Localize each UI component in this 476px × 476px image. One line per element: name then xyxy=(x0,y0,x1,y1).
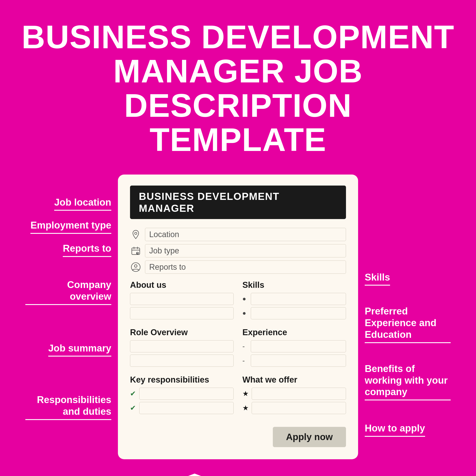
content-grid: About us Skills ● ● xyxy=(130,280,346,423)
left-divider-2 xyxy=(30,233,111,234)
page-title: BUSINESS DEVELOPMENT MANAGER JOB DESCRIP… xyxy=(18,20,458,157)
left-divider-4 xyxy=(25,304,111,305)
main-content: Job location Employment type Reports to … xyxy=(0,174,476,459)
job-type-row: Job type xyxy=(130,244,346,257)
offer-input-1[interactable] xyxy=(252,388,346,400)
right-label-skills: Skills xyxy=(365,272,390,295)
right-divider-2 xyxy=(365,342,451,343)
circle-bullet-icon-1: ● xyxy=(242,295,249,302)
skills-section: Skills ● ● xyxy=(242,280,346,322)
calendar-icon xyxy=(130,245,141,256)
right-label-benefits: Benefits of working with your company xyxy=(365,363,451,409)
left-divider-3 xyxy=(63,256,111,257)
location-input[interactable]: Location xyxy=(145,228,346,241)
left-label-job-location: Job location xyxy=(54,197,111,220)
reports-to-input[interactable]: Reports to xyxy=(145,260,346,274)
check-icon-2: ✔ xyxy=(130,404,137,412)
about-us-field-1[interactable] xyxy=(130,293,234,305)
experience-section: Experience - - xyxy=(242,328,346,369)
location-icon xyxy=(130,229,141,240)
responsibilities-field-2: ✔ xyxy=(130,402,234,414)
testgorilla-logo-icon xyxy=(185,473,204,476)
left-divider-1 xyxy=(54,210,111,211)
skills-field-2: ● xyxy=(242,307,346,319)
page-wrapper: BUSINESS DEVELOPMENT MANAGER JOB DESCRIP… xyxy=(0,0,476,476)
location-row: Location xyxy=(130,228,346,241)
experience-input-2[interactable] xyxy=(251,355,346,367)
left-divider-5 xyxy=(48,356,111,357)
role-overview-field-2[interactable] xyxy=(130,355,234,367)
dash-icon-2: - xyxy=(242,357,249,365)
card-header: BUSINESS DEVELOPMENT MANAGER xyxy=(130,186,346,219)
reports-to-row: Reports to xyxy=(130,260,346,274)
left-label-company-overview: Company overview xyxy=(25,279,111,314)
experience-input-1[interactable] xyxy=(251,340,346,352)
star-icon-2: ★ xyxy=(242,404,250,412)
right-label-preferred-experience: Preferred Experience and Education xyxy=(365,306,451,352)
skills-field-1: ● xyxy=(242,293,346,305)
about-us-section: About us xyxy=(130,280,234,322)
circle-bullet-icon-2: ● xyxy=(242,310,249,317)
right-label-how-to-apply: How to apply xyxy=(365,423,425,446)
right-divider-4 xyxy=(365,436,425,437)
title-block: BUSINESS DEVELOPMENT MANAGER JOB DESCRIP… xyxy=(0,20,476,157)
right-labels: Skills Preferred Experience and Educatio… xyxy=(358,174,451,446)
experience-field-1: - xyxy=(242,340,346,352)
job-description-card: BUSINESS DEVELOPMENT MANAGER Location xyxy=(118,174,358,459)
left-label-job-summary: Job summary xyxy=(48,342,111,366)
responsibilities-field-1: ✔ xyxy=(130,388,234,400)
right-divider-1 xyxy=(365,285,390,286)
offer-input-2[interactable] xyxy=(252,402,346,414)
left-labels: Job location Employment type Reports to … xyxy=(25,174,118,429)
skills-input-2[interactable] xyxy=(251,307,346,319)
footer-brand-name: TestGorilla xyxy=(210,473,291,476)
info-rows: Location xyxy=(130,228,346,274)
what-we-offer-section: What we offer ★ ★ xyxy=(242,375,346,416)
check-icon-1: ✔ xyxy=(130,389,137,398)
about-us-field-2[interactable] xyxy=(130,307,234,319)
responsibilities-input-1[interactable] xyxy=(139,388,234,400)
apply-now-button[interactable]: Apply now xyxy=(273,427,346,447)
key-responsibilities-section: Key responsibilities ✔ ✔ xyxy=(130,375,234,416)
apply-btn-row: Apply now xyxy=(130,427,346,447)
footer: TestGorilla xyxy=(185,473,291,476)
experience-field-2: - xyxy=(242,355,346,367)
right-divider-3 xyxy=(365,400,451,400)
left-label-responsibilities: Responsibilities and duties xyxy=(25,394,111,429)
offer-field-1: ★ xyxy=(242,388,346,400)
skills-input-1[interactable] xyxy=(251,293,346,305)
left-divider-6 xyxy=(25,419,111,420)
offer-field-2: ★ xyxy=(242,402,346,414)
left-label-employment-type: Employment type xyxy=(30,220,111,243)
svg-point-0 xyxy=(135,232,137,235)
role-overview-field-1[interactable] xyxy=(130,340,234,352)
responsibilities-input-2[interactable] xyxy=(139,402,234,414)
star-icon-1: ★ xyxy=(242,389,250,398)
left-label-reports-to: Reports to xyxy=(63,243,111,266)
svg-point-9 xyxy=(135,265,137,267)
job-type-input[interactable]: Job type xyxy=(145,244,346,257)
role-overview-section: Role Overview xyxy=(130,328,234,369)
dash-icon-1: - xyxy=(242,342,249,350)
person-circle-icon xyxy=(130,261,141,273)
